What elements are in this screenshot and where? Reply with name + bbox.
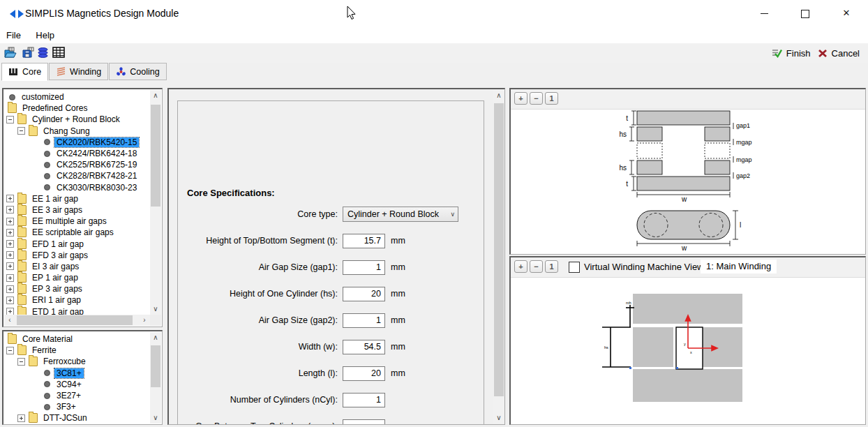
tree-item[interactable]: EFD 1 air gap (3, 238, 150, 249)
zoom-reset-button[interactable]: 1 (545, 92, 558, 105)
core-type-select[interactable]: Cylinder + Round Block∨ (343, 207, 458, 222)
tree-item-label: EI 3 air gaps (30, 262, 81, 271)
field-input[interactable] (343, 419, 385, 426)
expander-minus-icon[interactable] (6, 347, 14, 354)
expander-plus-icon[interactable] (6, 218, 14, 225)
tree-item[interactable]: EE 1 air gap (3, 193, 150, 204)
expander-plus-icon[interactable] (6, 297, 14, 304)
scrollbar-thumb[interactable] (17, 315, 133, 325)
maximize-button[interactable] (789, 0, 821, 27)
scroll-up-icon[interactable]: ∧ (150, 90, 161, 101)
scroll-left-icon[interactable]: ‹ (4, 315, 15, 326)
scrollbar-thumb[interactable] (494, 103, 504, 396)
field-unit: mm (391, 342, 405, 352)
vwm-checkbox[interactable] (569, 262, 580, 273)
field-input[interactable]: 1 (343, 393, 385, 407)
scroll-down-icon[interactable]: ∨ (150, 412, 161, 424)
minimize-button[interactable] (748, 0, 780, 27)
tree-item[interactable]: EE scriptable air gaps (3, 227, 150, 238)
save-icon[interactable] (22, 47, 35, 59)
database-icon[interactable] (37, 47, 49, 59)
finish-button[interactable]: Finish (772, 48, 815, 59)
zoom-out-button[interactable]: − (530, 92, 543, 105)
core-tree-vscrollbar[interactable]: ∧ ∨ (150, 90, 161, 315)
winding-selector[interactable]: 1: Main Winding (701, 260, 777, 274)
tree-item[interactable]: Core Material (3, 334, 150, 345)
cancel-button[interactable]: Cancel (818, 48, 864, 59)
tree-item[interactable]: Predefined Cores (3, 103, 150, 114)
tree-item[interactable]: Chang Sung (3, 126, 150, 137)
expander-plus-icon[interactable] (6, 206, 14, 214)
tab-core[interactable]: Core (1, 63, 48, 81)
tree-item[interactable]: CK2525/RBK6725-19 (3, 159, 150, 170)
folder-icon (8, 334, 17, 344)
expander-plus-icon[interactable] (6, 285, 14, 293)
tree-item[interactable]: EE 3 air gaps (3, 204, 150, 216)
close-button[interactable]: ✕ (830, 0, 862, 27)
zoom-reset-button[interactable]: 1 (545, 260, 558, 273)
tree-item[interactable]: CK3030/RBK8030-23 (3, 182, 150, 193)
tree-item[interactable]: EI 3 air gaps (3, 261, 150, 272)
tree-item[interactable]: CK2828/RBK7428-21 (3, 170, 150, 181)
expander-plus-icon[interactable] (6, 195, 14, 202)
svg-text:t: t (626, 114, 628, 122)
tree-item[interactable]: 3E27+ (3, 390, 150, 401)
tree-item[interactable]: EFD 3 air gaps (3, 250, 150, 261)
tree-item[interactable]: customized (3, 91, 150, 103)
tree-item[interactable]: EP 1 air gap (3, 272, 150, 283)
scrollbar-thumb[interactable] (151, 345, 160, 387)
field-input[interactable]: 1 (343, 260, 385, 275)
material-tree-vscrollbar[interactable]: ∧ ∨ (150, 332, 161, 424)
expander-minus-icon[interactable] (6, 116, 14, 123)
tree-item[interactable]: DTT-JCSun (3, 412, 150, 424)
field-label: Length (l): (178, 368, 338, 378)
form-vscrollbar[interactable]: ∧ ∨ (493, 90, 504, 424)
tree-item[interactable]: Cylinder + Round Block (3, 114, 150, 125)
expander-minus-icon[interactable] (17, 127, 25, 135)
tab-winding[interactable]: Winding (49, 63, 108, 80)
expander-plus-icon[interactable] (6, 229, 14, 237)
tree-item[interactable]: CK2020/RBK5420-15 (3, 137, 150, 148)
zoom-in-button[interactable]: + (514, 260, 527, 273)
menu-file[interactable]: File (0, 28, 27, 40)
tree-item[interactable]: EE multiple air gaps (3, 216, 150, 227)
field-input[interactable]: 20 (343, 366, 385, 381)
field-input[interactable]: 20 (343, 287, 385, 301)
expander-plus-icon[interactable] (6, 251, 14, 259)
tree-item[interactable]: EP 3 air gaps (3, 283, 150, 294)
finish-label: Finish (785, 48, 815, 59)
field-input[interactable]: 1 (343, 313, 385, 328)
open-file-icon[interactable] (4, 47, 17, 59)
tree-item[interactable]: Ferrite (3, 345, 150, 356)
scroll-down-icon[interactable]: ∨ (150, 304, 161, 315)
tree-item[interactable]: ETD 1 air gap (3, 306, 150, 315)
scrollbar-thumb[interactable] (151, 105, 160, 207)
tab-cooling[interactable]: Cooling (109, 63, 166, 80)
core-tree-hscrollbar[interactable]: ‹ › (4, 315, 150, 326)
scroll-down-icon[interactable]: ∨ (493, 412, 504, 424)
expander-plus-icon[interactable] (6, 240, 14, 248)
tree-item[interactable]: CK2424/RBK6424-18 (3, 148, 150, 159)
tree-item[interactable]: Ferroxcube (3, 356, 150, 367)
winding-view-toolbar: + − 1 Virtual Winding Machine View 1: Ma… (511, 257, 865, 278)
scroll-up-icon[interactable]: ∧ (150, 332, 161, 343)
tree-item[interactable]: ERI 1 air gap (3, 294, 150, 306)
zoom-out-button[interactable]: − (530, 260, 543, 273)
core-cross-section-diagram: t hs hs t w gap1 mgap mgap gap2 l w (511, 109, 865, 254)
tree-item[interactable]: 3C94+ (3, 379, 150, 390)
tree-item[interactable]: 3C81+ (3, 368, 150, 379)
scroll-right-icon[interactable]: › (139, 315, 150, 326)
expander-minus-icon[interactable] (17, 358, 25, 366)
table-icon[interactable] (52, 47, 65, 58)
zoom-in-button[interactable]: + (514, 92, 527, 105)
field-input[interactable]: 15.7 (343, 234, 385, 248)
scroll-up-icon[interactable]: ∧ (493, 90, 504, 101)
expander-plus-icon[interactable] (6, 274, 14, 282)
field-input[interactable]: 54.5 (343, 340, 385, 354)
expander-plus-icon[interactable] (17, 414, 25, 422)
expander-plus-icon[interactable] (6, 308, 14, 315)
expander-plus-icon[interactable] (6, 262, 14, 270)
menu-help[interactable]: Help (29, 28, 61, 40)
tab-core-label: Core (22, 67, 41, 77)
tree-item[interactable]: 3F3+ (3, 401, 150, 412)
